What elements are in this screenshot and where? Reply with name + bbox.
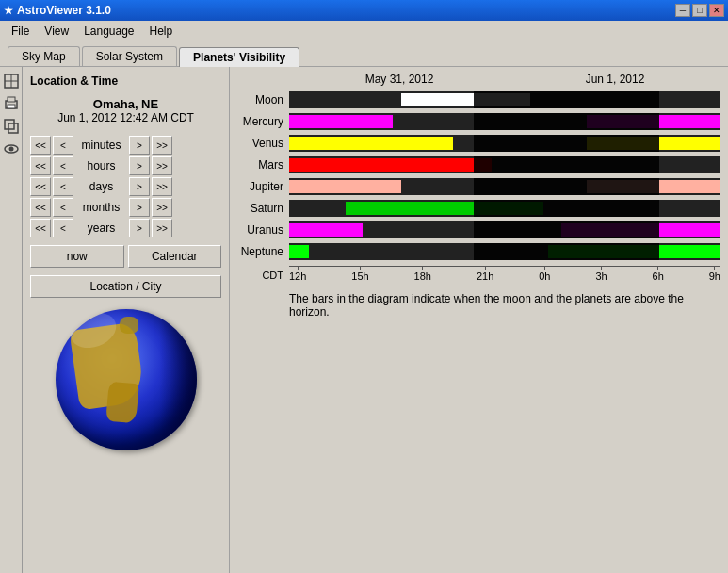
hours-label: hours <box>75 159 127 172</box>
svg-point-9 <box>8 147 13 152</box>
axis-container: 12h15h18h21h0h3h6h9h <box>289 266 720 285</box>
cdt-axis-row: CDT 12h15h18h21h0h3h6h9h <box>237 266 720 285</box>
years-back[interactable]: < <box>53 219 73 237</box>
tick-label-1: 15h <box>351 270 368 282</box>
planet-row-saturn: Saturn <box>237 198 720 219</box>
years-dbl-back[interactable]: << <box>30 219 51 237</box>
tick-label-5: 3h <box>595 270 607 282</box>
night-overlay <box>474 221 658 238</box>
minutes-label: minutes <box>75 139 127 152</box>
night-overlay <box>474 113 658 130</box>
minutes-back[interactable]: < <box>53 136 73 155</box>
minutes-dbl-fwd[interactable]: >> <box>152 136 172 155</box>
axis-tick-4: 0h <box>539 267 550 282</box>
bar-neptune-0 <box>289 245 309 258</box>
months-dbl-back[interactable]: << <box>30 198 51 217</box>
minutes-fwd[interactable]: > <box>129 136 150 155</box>
night-overlay <box>474 135 658 152</box>
left-icons <box>0 67 23 573</box>
bar-jupiter-0 <box>289 180 401 193</box>
tick-label-2: 18h <box>414 270 431 282</box>
planet-row-neptune: Neptune <box>237 241 720 262</box>
svg-rect-5 <box>8 105 15 108</box>
axis-tick-1: 15h <box>351 267 368 282</box>
hours-row: << < hours > >> <box>30 156 221 175</box>
location-box: Omaha, NE Jun 1, 2012 12:42 AM CDT <box>30 93 221 128</box>
bar-mars-0 <box>289 158 492 172</box>
planet-row-uranus: Uranus <box>237 220 720 240</box>
tab-sky-map[interactable]: Sky Map <box>8 46 80 66</box>
bar-area-mercury <box>289 113 720 130</box>
hours-back[interactable]: < <box>53 156 73 175</box>
date2-label: Jun 1, 2012 <box>586 73 645 86</box>
days-fwd[interactable]: > <box>129 177 150 196</box>
planet-label-moon: Moon <box>237 93 289 106</box>
years-fwd[interactable]: > <box>129 219 150 237</box>
hours-fwd[interactable]: > <box>129 156 150 175</box>
globe-container <box>30 305 221 454</box>
months-label: months <box>75 201 127 214</box>
years-dbl-fwd[interactable]: >> <box>152 219 172 237</box>
tab-solar-system[interactable]: Solar System <box>82 46 177 66</box>
bar-uranus-0 <box>289 223 363 237</box>
menu-view[interactable]: View <box>37 23 76 40</box>
axis-tick-3: 21h <box>477 267 493 282</box>
days-dbl-fwd[interactable]: >> <box>152 177 172 196</box>
days-dbl-back[interactable]: << <box>30 177 51 196</box>
bar-area-venus <box>289 135 720 152</box>
tab-planets-visibility[interactable]: Planets' Visibility <box>179 47 299 67</box>
svg-rect-6 <box>5 120 14 129</box>
main-content: Location & Time Omaha, NE Jun 1, 2012 12… <box>0 66 728 573</box>
axis-tick-6: 6h <box>653 267 664 282</box>
menu-file[interactable]: File <box>4 23 37 40</box>
bar-area-jupiter <box>289 178 720 195</box>
left-panel: Location & Time Omaha, NE Jun 1, 2012 12… <box>23 67 230 573</box>
maximize-button[interactable]: □ <box>692 4 707 17</box>
planet-row-mercury: Mercury <box>237 111 720 132</box>
icon-print[interactable] <box>3 95 20 112</box>
planet-label-jupiter: Jupiter <box>237 180 289 193</box>
hours-dbl-back[interactable]: << <box>30 156 51 175</box>
years-label: years <box>75 221 127 235</box>
icon-skymap[interactable] <box>3 73 20 90</box>
bar-area-neptune <box>289 243 720 260</box>
close-button[interactable]: ✕ <box>709 4 724 17</box>
night-overlay <box>474 156 658 173</box>
years-row: << < years > >> <box>30 219 221 237</box>
now-button[interactable]: now <box>30 245 124 268</box>
days-row: << < days > >> <box>30 177 221 196</box>
globe <box>56 309 197 450</box>
night-overlay <box>474 178 658 195</box>
icon-resize[interactable] <box>3 118 20 135</box>
axis-tick-2: 18h <box>414 267 431 282</box>
location-name: Omaha, NE <box>34 97 218 111</box>
months-back[interactable]: < <box>53 198 73 217</box>
tick-label-4: 0h <box>539 270 550 282</box>
title-bar-left: ★ AstroViewer 3.1.0 <box>4 4 111 17</box>
menu-language[interactable]: Language <box>76 23 141 40</box>
bar-area-mars <box>289 156 720 173</box>
location-city-button[interactable]: Location / City <box>30 275 221 298</box>
axis-tick-7: 9h <box>709 267 720 282</box>
menu-help[interactable]: Help <box>142 23 181 40</box>
night-overlay <box>474 243 658 260</box>
icon-view[interactable] <box>3 140 20 157</box>
axis-tick-5: 3h <box>595 267 607 282</box>
svg-rect-4 <box>8 97 15 102</box>
months-dbl-fwd[interactable]: >> <box>152 198 172 217</box>
date1-label: May 31, 2012 <box>365 73 434 86</box>
planet-label-uranus: Uranus <box>237 223 289 237</box>
hours-dbl-fwd[interactable]: >> <box>152 156 172 175</box>
app-icon: ★ <box>4 5 13 17</box>
minimize-button[interactable]: ─ <box>675 4 690 17</box>
days-back[interactable]: < <box>53 177 73 196</box>
time-controls: << < minutes > >> << < hours > >> << < d… <box>30 136 221 237</box>
months-fwd[interactable]: > <box>129 198 150 217</box>
tick-label-6: 6h <box>653 270 664 282</box>
title-bar-controls: ─ □ ✕ <box>675 4 724 17</box>
calendar-button[interactable]: Calendar <box>128 245 222 268</box>
minutes-dbl-back[interactable]: << <box>30 136 51 155</box>
description: The bars in the diagram indicate when th… <box>237 285 699 319</box>
night-overlay <box>474 200 658 217</box>
night-overlay <box>474 91 658 108</box>
